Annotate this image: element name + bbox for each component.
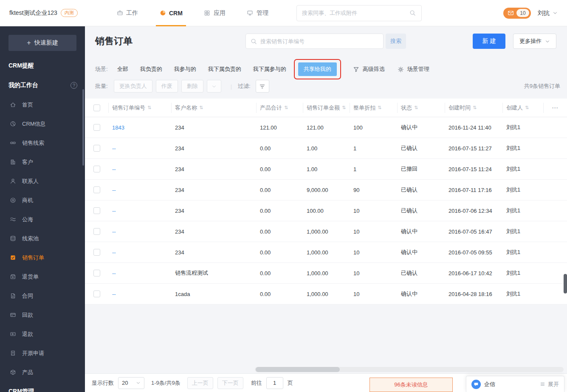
column-settings-button[interactable]: ⋯ [544,103,567,113]
top-nav-work[interactable]: 工作 [116,0,138,26]
row-checkbox[interactable] [93,228,100,235]
order-number-link[interactable]: -- [112,228,116,235]
sort-icon[interactable]: ⇅ [147,105,151,110]
column-header[interactable]: 销售订单编号⇅ [109,103,172,113]
scene-subordinates-responsible[interactable]: 我下属负责的 [208,65,241,73]
row-checkbox[interactable] [93,270,100,276]
row-checkbox[interactable] [93,207,100,214]
expand-button[interactable]: 展开 [540,381,559,388]
global-search-input[interactable] [302,10,406,16]
next-page-button[interactable]: 下一页 [217,377,243,389]
search-icon[interactable] [409,10,416,17]
user-menu[interactable]: 刘抗 [538,9,558,17]
help-icon[interactable]: ? [71,82,77,89]
batch-change-owner-button[interactable]: 更换负责人 [114,80,152,93]
sidebar-item-contracts[interactable]: 合同 [0,286,85,305]
sidebar-item-invoice-requests[interactable]: 开票申请 [0,344,85,363]
prev-page-button[interactable]: 上一页 [187,377,213,389]
sidebar-item-home[interactable]: 首页 [0,95,85,114]
sidebar-item-payments[interactable]: 回款 [0,305,85,324]
sort-icon[interactable]: ⇅ [473,105,477,110]
sidebar-item-products[interactable]: 产品 [0,363,85,382]
sidebar-item-return-orders[interactable]: 退货单 [0,267,85,286]
sidebar-section-my-workbench[interactable]: 我的工作台 ? [0,76,85,95]
scene-my-responsible[interactable]: 我负责的 [140,65,162,73]
sidebar-item-sales-orders[interactable]: 销售订单 [0,248,85,267]
sort-icon[interactable]: ⇅ [378,105,381,110]
cell-value: 2016-07-15 11:27 [449,145,492,152]
batch-more-button[interactable] [207,80,221,93]
page-number-input[interactable] [266,377,283,389]
sidebar-section-crm-reminder[interactable]: CRM提醒 [0,56,85,76]
top-nav-manage[interactable]: 管理 [247,0,268,26]
scene-subordinates-participated[interactable]: 我下属参与的 [253,65,286,73]
unread-messages-notice[interactable]: 96条未读信息 [370,378,453,392]
filter-settings-button[interactable] [256,80,269,93]
cell-value: 刘抗1 [506,270,520,276]
column-header[interactable]: 客户名称⇅ [172,103,257,113]
sidebar-item-lead-pool[interactable]: 线索池 [0,229,85,248]
sort-icon[interactable]: ⇅ [342,105,346,110]
table-cell: 1.00 [303,166,350,172]
order-number-link[interactable]: -- [112,187,116,193]
top-nav-apps[interactable]: 应用 [204,0,226,26]
table-cell: 10 [350,270,398,276]
more-actions-button[interactable]: 更多操作 [513,34,556,49]
row-checkbox[interactable] [93,166,100,172]
messages-button[interactable]: 10 [503,8,531,19]
column-header[interactable]: 整单折扣⇅ [350,103,398,113]
order-number-link[interactable]: -- [112,270,116,276]
column-header[interactable]: 创建人⇅ [503,103,544,113]
search-button[interactable]: 搜索 [386,34,406,49]
sidebar-item-customers[interactable]: 客户 [0,152,85,172]
order-search-input[interactable] [260,38,379,45]
top-nav-crm[interactable]: CRM [159,0,183,26]
row-checkbox[interactable] [93,145,100,152]
sidebar-item-sales-leads[interactable]: 销售线索 [0,133,85,152]
sidebar-item-high-seas[interactable]: 公海 [0,210,85,229]
select-all-checkbox[interactable] [93,104,100,111]
rows-per-page-select[interactable]: 20 [118,377,144,389]
advanced-filter-button[interactable]: 高级筛选 [353,65,385,73]
quick-create-button[interactable]: + 快速新建 [8,35,76,51]
order-number-link[interactable]: -- [112,208,116,214]
sidebar-item-contacts[interactable]: 联系人 [0,172,85,191]
return-order-icon [9,274,16,280]
sort-icon[interactable]: ⇅ [414,105,418,110]
row-checkbox[interactable] [93,249,100,256]
order-number-link[interactable]: -- [112,291,116,297]
sort-icon[interactable]: ⇅ [199,105,203,110]
sort-icon[interactable]: ⇅ [284,105,288,110]
sidebar-section-crm-manage[interactable]: CRM管理 [0,382,85,392]
order-number-link[interactable]: 1843 [112,124,124,131]
sidebar-scrollbar-thumb[interactable] [82,89,84,166]
table-cell: 9,000.00 [303,187,350,193]
column-header[interactable]: 创建时间⇅ [445,103,503,113]
scene-my-participated[interactable]: 我参与的 [174,65,196,73]
row-checkbox[interactable] [93,186,100,193]
qixin-bar[interactable]: 企信 展开 [466,376,564,392]
batch-void-button[interactable]: 作废 [156,80,178,93]
column-header[interactable]: 产品合计⇅ [257,103,303,113]
vertical-scrollbar-thumb[interactable] [564,274,567,293]
sidebar-item-crm-info[interactable]: CRM信息 [0,114,85,133]
horizontal-scrollbar[interactable] [255,367,564,372]
sort-icon[interactable]: ⇅ [525,105,529,110]
order-search[interactable] [245,34,384,49]
row-checkbox[interactable] [93,124,100,131]
sidebar-item-refunds[interactable]: 退款 [0,324,85,344]
new-button[interactable]: 新 建 [473,34,505,49]
order-number-link[interactable]: -- [112,166,116,172]
row-checkbox[interactable] [93,290,100,297]
order-number-link[interactable]: -- [112,249,116,256]
global-search[interactable] [296,5,422,21]
column-header[interactable]: 销售订单金额⇅ [303,103,350,113]
batch-delete-button[interactable]: 删除 [181,80,203,93]
scene-all[interactable]: 全部 [117,65,128,73]
horizontal-scrollbar-thumb[interactable] [256,367,340,372]
scene-manage-button[interactable]: 场景管理 [398,65,429,73]
scene-shared-with-me[interactable]: 共享给我的 [298,62,337,76]
column-header[interactable]: 状态⇅ [398,103,445,113]
sidebar-item-opportunities[interactable]: 商机 [0,191,85,210]
order-number-link[interactable]: -- [112,145,116,152]
